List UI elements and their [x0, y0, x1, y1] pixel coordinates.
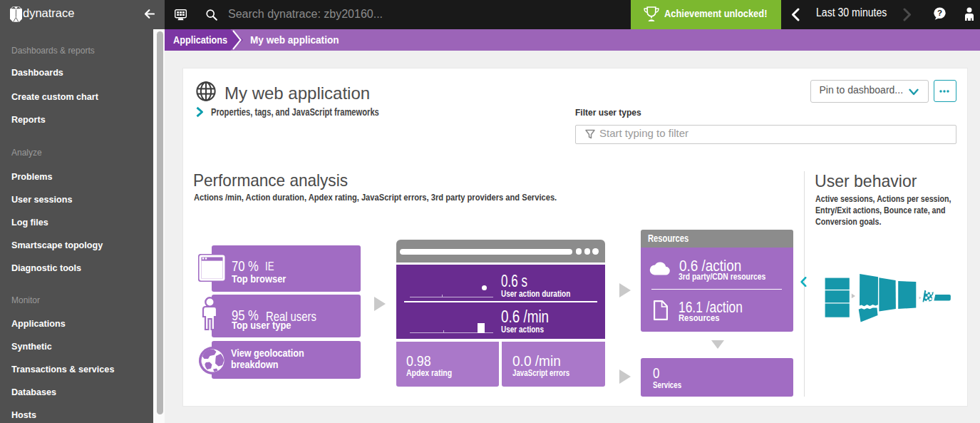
svg-text:?: ?: [937, 9, 942, 17]
